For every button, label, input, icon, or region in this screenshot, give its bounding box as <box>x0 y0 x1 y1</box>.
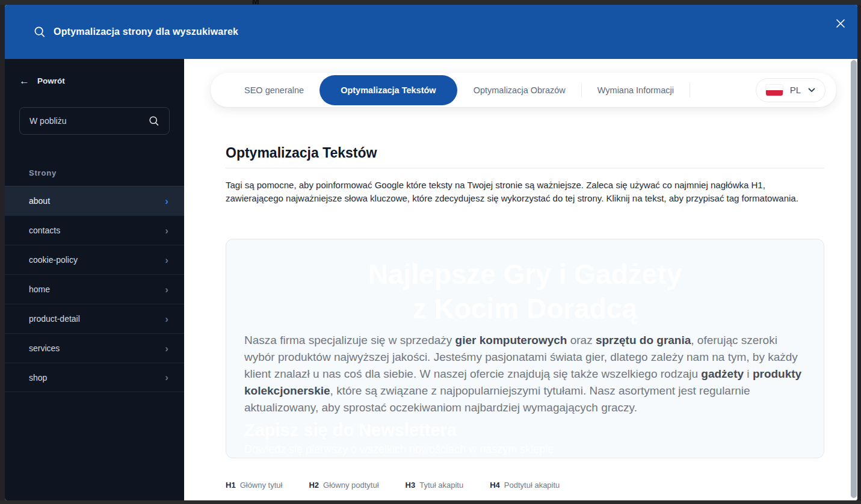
legend-item-h1: H1Główny tytuł <box>226 481 282 490</box>
tab-seo-generalne[interactable]: SEO generalne <box>229 85 319 95</box>
back-label: Powrót <box>37 76 65 85</box>
preview-h2-heading[interactable]: Zapisz się do Newslettera <box>244 420 806 440</box>
chevron-right-icon: › <box>165 284 168 295</box>
legend-tag: H4 <box>490 481 500 490</box>
preview-keyword: gier komputerowych <box>455 334 567 346</box>
chevron-right-icon: › <box>165 196 168 206</box>
sidebar-item-label: home <box>29 284 50 294</box>
legend-label: Podtytuł akapitu <box>504 481 560 490</box>
heading-tags-legend: H1Główny tytułH2Główny podtytułH3Tytuł a… <box>226 481 824 490</box>
legend-item-h2: H2Główny podtytuł <box>309 481 378 490</box>
tab-optymalizacja-tekstów[interactable]: Optymalizacja Tekstów <box>319 75 457 105</box>
scrollbar-thumb[interactable] <box>851 60 857 498</box>
sidebar-item-shop[interactable]: shop› <box>5 363 184 392</box>
back-arrow-icon: ← <box>19 76 29 86</box>
sidebar-item-contacts[interactable]: contacts› <box>5 215 184 245</box>
legend-label: Główny tytuł <box>240 481 283 490</box>
sidebar-section-title: Strony <box>29 168 184 177</box>
section-description: Tagi są pomocne, aby poinformować Google… <box>226 179 824 205</box>
back-button[interactable]: ← Powrót <box>19 76 184 86</box>
background-page-bottom-edge <box>0 500 861 504</box>
tab-wymiana-informacji[interactable]: Wymiana Informacji <box>582 85 690 95</box>
preview-keyword: gadżety <box>701 367 744 380</box>
poland-flag-icon <box>766 85 783 96</box>
chevron-right-icon: › <box>165 343 168 354</box>
chevron-right-icon: › <box>165 314 168 324</box>
legend-item-h3: H3Tytuł akapitu <box>406 481 464 490</box>
sidebar-item-label: shop <box>29 373 47 383</box>
sidebar-item-home[interactable]: home› <box>5 274 184 304</box>
seo-optimization-dialog: Optymalizacja strony dla wyszukiwarek ← … <box>5 5 857 500</box>
sidebar-item-label: services <box>29 343 60 353</box>
language-selector[interactable]: PL <box>756 78 826 102</box>
pages-nav-list: about›contacts›cookie-policy›home›produc… <box>5 186 184 392</box>
dialog-title: Optymalizacja strony dla wyszukiwarek <box>54 26 238 37</box>
legend-label: Tytuł akapitu <box>419 481 463 490</box>
sidebar-item-services[interactable]: services› <box>5 333 184 363</box>
chevron-down-icon <box>808 88 815 93</box>
sidebar-item-label: product-detail <box>29 314 80 324</box>
search-icon <box>34 26 46 38</box>
chevron-right-icon: › <box>165 226 168 236</box>
dialog-header: Optymalizacja strony dla wyszukiwarek <box>5 5 857 59</box>
chevron-right-icon: › <box>165 255 168 265</box>
preview-paragraph[interactable]: Nasza firma specjalizuje się w sprzedaży… <box>244 332 806 416</box>
sidebar-search-icon[interactable] <box>149 115 159 126</box>
preview-text: oraz <box>567 334 596 346</box>
sidebar-search-input[interactable] <box>29 116 144 126</box>
sidebar-item-product-detail[interactable]: product-detail› <box>5 304 184 333</box>
sidebar-search-box <box>19 107 170 135</box>
page-title: Optymalizacja Tekstów <box>226 145 824 161</box>
title-divider <box>226 168 824 168</box>
preview-h1-line1: Najlepsze Gry i Gadżety <box>244 257 806 292</box>
tabbar-row: SEO generalneOptymalizacja TekstówOptyma… <box>211 73 836 107</box>
vertical-scrollbar[interactable] <box>850 59 857 500</box>
legend-label: Główny podtytuł <box>323 481 379 490</box>
dialog-body: ← Powrót Strony about›contacts›cookie-po… <box>5 59 857 500</box>
preview-text: i <box>744 367 753 380</box>
content-area: Optymalizacja Tekstów Tagi są pomocne, a… <box>184 145 850 490</box>
tab-bar: SEO generalneOptymalizacja TekstówOptyma… <box>211 73 836 107</box>
main-panel: SEO generalneOptymalizacja TekstówOptyma… <box>184 59 850 500</box>
preview-h2-subtitle[interactable]: Dowiedz się pierwszy o wszelkich nowości… <box>244 443 806 456</box>
tab-optymalizacja-obrazów[interactable]: Optymalizacja Obrazów <box>458 85 581 95</box>
preview-keyword: sprzętu do grania <box>596 334 691 346</box>
legend-tag: H1 <box>226 481 236 490</box>
preview-text: Nasza firma specjalizuje się w sprzedaży <box>244 334 455 346</box>
sidebar-item-cookie-policy[interactable]: cookie-policy› <box>5 245 184 274</box>
pages-sidebar: ← Powrót Strony about›contacts›cookie-po… <box>5 59 184 500</box>
sidebar-item-label: cookie-policy <box>29 255 78 265</box>
sidebar-item-label: about <box>29 196 50 206</box>
sidebar-item-label: contacts <box>29 226 60 235</box>
preview-h1-line2: z Kocim Doradcą <box>244 292 806 326</box>
sidebar-item-about[interactable]: about› <box>5 186 184 215</box>
language-code: PL <box>790 85 801 95</box>
background-page-top-edge: M <box>0 0 861 5</box>
legend-tag: H2 <box>309 481 319 490</box>
legend-tag: H3 <box>406 481 416 490</box>
legend-item-h4: H4Podtytuł akapitu <box>490 481 560 490</box>
chevron-right-icon: › <box>165 372 168 383</box>
preview-h1-heading[interactable]: Najlepsze Gry i Gadżety z Kocim Doradcą <box>244 257 806 326</box>
text-preview-card: Najlepsze Gry i Gadżety z Kocim Doradcą … <box>226 239 824 458</box>
tab-separator <box>690 83 690 97</box>
close-icon[interactable] <box>832 15 849 32</box>
